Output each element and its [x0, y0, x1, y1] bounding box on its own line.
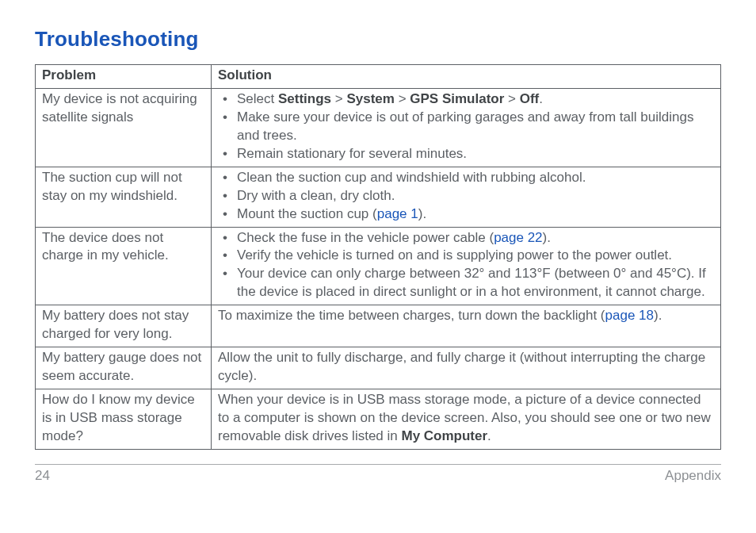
col-header-problem: Problem [36, 65, 212, 89]
text: Dry with a clean, dry cloth. [237, 188, 395, 203]
page-footer: 24 Appendix [35, 464, 721, 484]
solution-list: Clean the suction cup and windshield wit… [218, 169, 714, 224]
bold-text: System [346, 91, 394, 106]
page-ref-link[interactable]: page 1 [377, 206, 418, 221]
solution-cell: To maximize the time between charges, tu… [212, 305, 721, 347]
problem-cell: The device does not charge in my vehicle… [36, 227, 212, 305]
solution-item: Make sure your device is out of parking … [237, 109, 714, 145]
table-row: My battery gauge does not seem accurate.… [36, 347, 721, 389]
solution-cell: Select Settings > System > GPS Simulator… [212, 88, 721, 167]
text: Allow the unit to fully discharge, and f… [218, 350, 705, 383]
manual-page: Troubleshooting Problem Solution My devi… [0, 0, 756, 533]
bold-text: GPS Simulator [410, 91, 504, 106]
page-ref-link[interactable]: page 22 [494, 230, 542, 245]
page-ref-link[interactable]: page 18 [605, 308, 654, 323]
text: ). [654, 308, 662, 323]
table-header-row: Problem Solution [36, 65, 721, 89]
text: . [539, 91, 543, 106]
solution-text: Allow the unit to fully discharge, and f… [218, 349, 714, 385]
solution-item: Clean the suction cup and windshield wit… [237, 169, 714, 187]
text: Your device can only charge between 32° … [237, 266, 706, 299]
solution-list: Check the fuse in the vehicle power cabl… [218, 229, 714, 302]
problem-cell: How do I know my device is in USB mass s… [36, 389, 212, 450]
text: > [395, 91, 410, 106]
solution-cell: Check the fuse in the vehicle power cabl… [212, 227, 721, 305]
problem-cell: My battery gauge does not seem accurate. [36, 347, 212, 389]
solution-cell: When your device is in USB mass storage … [212, 389, 721, 450]
solution-item: Dry with a clean, dry cloth. [237, 187, 714, 205]
solution-list: Select Settings > System > GPS Simulator… [218, 90, 714, 163]
bold-text: Off [520, 91, 540, 106]
solution-item: Verify the vehicle is turned on and is s… [237, 247, 714, 265]
text: Mount the suction cup ( [237, 206, 377, 221]
problem-cell: The suction cup will not stay on my wind… [36, 167, 212, 227]
troubleshooting-table: Problem Solution My device is not acquir… [35, 64, 721, 450]
text: . [487, 428, 491, 443]
text: Make sure your device is out of parking … [237, 109, 693, 143]
solution-item: Mount the suction cup (page 1). [237, 205, 714, 224]
text: ). [543, 230, 551, 245]
text: Check the fuse in the vehicle power cabl… [237, 230, 494, 245]
text: Clean the suction cup and windshield wit… [237, 170, 586, 185]
solution-text: To maximize the time between charges, tu… [218, 307, 714, 325]
table-row: How do I know my device is in USB mass s… [36, 389, 721, 450]
text: > [331, 91, 346, 106]
section-label: Appendix [665, 468, 721, 484]
solution-text: When your device is in USB mass storage … [218, 391, 714, 446]
bold-text: Settings [278, 91, 331, 106]
solution-cell: Allow the unit to fully discharge, and f… [212, 347, 721, 389]
table-row: My battery does not stay charged for ver… [36, 305, 721, 347]
solution-item: Check the fuse in the vehicle power cabl… [237, 229, 714, 247]
bold-text: My Computer [401, 428, 487, 443]
table-row: My device is not acquiring satellite sig… [36, 88, 721, 167]
solution-item: Remain stationary for several minutes. [237, 145, 714, 163]
solution-cell: Clean the suction cup and windshield wit… [212, 167, 721, 227]
solution-item: Select Settings > System > GPS Simulator… [237, 90, 714, 109]
text: Verify the vehicle is turned on and is s… [237, 247, 672, 263]
problem-cell: My battery does not stay charged for ver… [36, 305, 212, 347]
problem-cell: My device is not acquiring satellite sig… [36, 88, 212, 167]
text: > [504, 91, 519, 106]
text: Select [237, 91, 278, 106]
table-row: The suction cup will not stay on my wind… [36, 167, 721, 227]
table-row: The device does not charge in my vehicle… [36, 227, 721, 305]
solution-item: Your device can only charge between 32° … [237, 265, 714, 301]
text: ). [418, 206, 426, 221]
text: Remain stationary for several minutes. [237, 146, 467, 161]
page-number: 24 [35, 468, 50, 484]
text: To maximize the time between charges, tu… [218, 308, 605, 323]
col-header-solution: Solution [212, 65, 721, 89]
page-title: Troubleshooting [35, 27, 721, 52]
